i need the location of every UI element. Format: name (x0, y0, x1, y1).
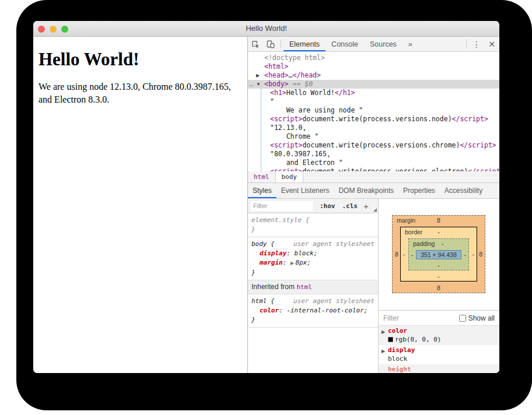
box-model-area: margin 8 8 8 8 border - - - - (379, 199, 499, 311)
box-model-padding[interactable]: padding - - - - 351 × 94.438 (408, 238, 469, 270)
devtools-close-icon[interactable]: ✕ (484, 37, 499, 51)
toggle-hover-state-button[interactable]: :hov (320, 202, 335, 210)
inherited-tag-link[interactable]: html (296, 283, 312, 291)
minimize-window-button[interactable] (50, 26, 57, 33)
css-rule-header: html {user agent stylesheet (251, 297, 374, 306)
computed-filter-input[interactable] (383, 314, 459, 322)
expand-arrow-icon[interactable]: ▶ (382, 328, 385, 336)
css-property[interactable]: color: -internal-root-color; (251, 306, 374, 315)
margin-left-value[interactable]: 8 (395, 251, 398, 258)
zoom-window-button[interactable] (61, 26, 68, 33)
border-bottom-value[interactable]: - (401, 273, 477, 280)
dom-tree-node[interactable]: <html> (248, 62, 499, 71)
box-model-margin[interactable]: margin 8 8 8 8 border - - - - (392, 215, 485, 293)
dom-tree-node[interactable]: …▼<body> == $0 (248, 80, 499, 89)
dom-tree-node[interactable]: Chrome " (248, 132, 499, 141)
dom-tree-node[interactable]: <script>document.write(process.versions.… (248, 167, 499, 171)
styles-pane: element.style {}body {user agent stylesh… (248, 213, 378, 328)
dom-tree-node[interactable]: "80.0.3987.165, (248, 150, 499, 159)
css-property-value[interactable]: block (295, 249, 314, 257)
border-left-value[interactable]: - (403, 251, 405, 258)
show-all-checkbox[interactable] (459, 315, 466, 322)
device-toolbar-icon[interactable] (263, 37, 278, 51)
code-segment: "12.13.0, (270, 124, 306, 132)
computed-property-value: block (388, 354, 496, 363)
code-segment: </h1> (335, 89, 355, 97)
tab-properties[interactable]: Properties (398, 183, 440, 198)
border-top-value[interactable]: - (401, 228, 477, 235)
devtools-toolbar: ElementsConsoleSources» ⋮ ✕ (248, 37, 499, 52)
tab-more[interactable]: » (402, 37, 418, 51)
dom-tree-node[interactable]: We are using node " (248, 106, 499, 115)
titlebar[interactable]: Hello World! (33, 21, 499, 37)
css-property[interactable]: margin: ▶ 8px; (251, 258, 374, 268)
css-selector[interactable]: element.style { (251, 216, 309, 225)
breadcrumb-html[interactable]: html (248, 171, 275, 182)
close-window-button[interactable] (38, 26, 45, 33)
color-swatch (388, 337, 393, 342)
expand-arrow-icon[interactable]: ▶ (382, 347, 385, 356)
css-rule-header: body {user agent stylesheet (251, 240, 374, 249)
tab-sources[interactable]: Sources (364, 37, 402, 51)
padding-right-value[interactable]: - (464, 251, 467, 258)
css-rule-close-brace: } (251, 315, 374, 325)
code-segment: <!doctype html> (264, 54, 325, 62)
tab-event-listeners[interactable]: Event Listeners (276, 183, 334, 198)
css-property[interactable]: display: block; (251, 249, 374, 258)
css-property-name[interactable]: margin (260, 259, 283, 266)
code-segment: <html> (264, 62, 289, 71)
page-paragraph: We are using node 12.13.0, Chrome 80.0.3… (38, 80, 242, 106)
box-model-content[interactable]: 351 × 94.438 (416, 250, 461, 259)
dom-tree-node[interactable]: "12.13.0, (248, 124, 499, 132)
breadcrumb-body[interactable]: body (275, 171, 304, 182)
styles-filter-input[interactable] (251, 201, 313, 211)
computed-property-row[interactable]: ▶colorrgb(0, 0, 0) (379, 326, 499, 345)
css-selector[interactable]: html { (251, 297, 275, 306)
tab-accessibility[interactable]: Accessibility (440, 183, 487, 198)
devtools-panel: ElementsConsoleSources» ⋮ ✕ <!doctype ht… (247, 37, 499, 373)
css-selector[interactable]: body { (251, 240, 275, 249)
dom-tree-node[interactable]: <script>document.write(process.versions.… (248, 141, 499, 150)
dom-tree-node[interactable]: <script>document.write(process.versions.… (248, 115, 499, 124)
code-segment: <script> (270, 115, 302, 123)
margin-bottom-value[interactable]: 8 (393, 284, 485, 291)
css-property-name[interactable]: color (260, 307, 279, 314)
dom-tree-node[interactable]: " (248, 97, 499, 106)
code-segment: "80.0.3987.165, (270, 150, 331, 158)
code-segment: We are using node " (270, 106, 363, 114)
expand-arrow-icon[interactable]: ▶ (256, 71, 260, 80)
toolbar-separator (466, 40, 467, 48)
breadcrumb: htmlbody (248, 171, 499, 183)
code-segment: <script> (270, 141, 302, 149)
tab-console[interactable]: Console (326, 37, 364, 51)
css-property-value[interactable]: -internal-root-color (286, 307, 363, 314)
dom-tree-node[interactable]: ▶<head>…</head> (248, 71, 499, 80)
resize-grip-icon[interactable] (373, 208, 377, 212)
margin-right-value[interactable]: 8 (479, 251, 482, 258)
css-property-value[interactable]: 8px (295, 259, 307, 266)
inspect-element-icon[interactable] (248, 37, 263, 51)
computed-property-row[interactable]: ▶displayblock (379, 345, 499, 364)
margin-top-value[interactable]: 8 (393, 217, 485, 224)
new-style-rule-button[interactable]: + (363, 201, 369, 211)
dom-tree-node[interactable]: <!doctype html> (248, 54, 499, 62)
paragraph-line: and Electron 8.3.0. (38, 93, 242, 106)
computed-property-row[interactable]: height (379, 364, 499, 373)
devtools-menu-icon[interactable]: ⋮ (469, 37, 484, 51)
dom-tree-node[interactable]: <h1>Hello World!</h1> (248, 89, 499, 97)
box-model-border[interactable]: border - - - - padding - - - (400, 227, 477, 282)
tab-styles[interactable]: Styles (248, 183, 276, 198)
overflow-dots-icon[interactable]: … (249, 80, 253, 89)
collapse-arrow-icon[interactable]: ▼ (256, 80, 261, 89)
dom-tree-node[interactable]: and Electron " (248, 159, 499, 167)
border-right-value[interactable]: - (473, 251, 475, 258)
tab-dom-breakpoints[interactable]: DOM Breakpoints (334, 183, 398, 198)
toggle-class-button[interactable]: .cls (342, 202, 358, 210)
css-property-name[interactable]: display (260, 249, 286, 257)
padding-left-value[interactable]: - (411, 251, 414, 258)
code-segment: </head> (292, 71, 320, 79)
padding-top-value[interactable]: - (442, 240, 444, 247)
computed-property-name: display (388, 346, 496, 354)
tab-elements[interactable]: Elements (284, 37, 326, 51)
padding-bottom-value[interactable]: - (409, 262, 468, 269)
